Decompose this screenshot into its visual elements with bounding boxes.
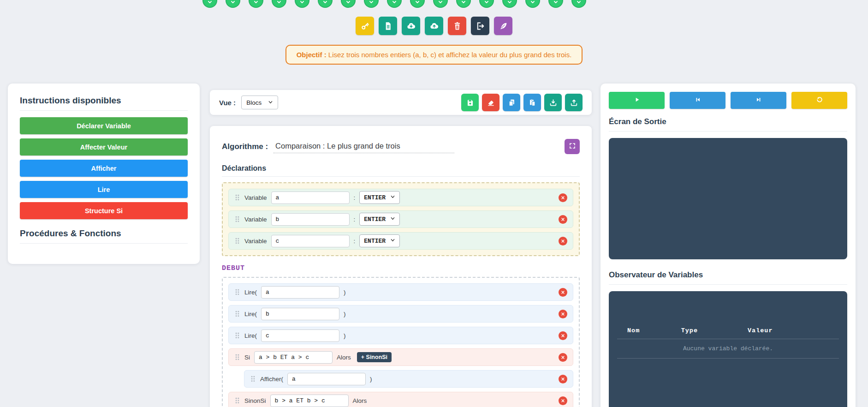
- new-file-button[interactable]: [379, 17, 397, 35]
- step-forward-button[interactable]: [731, 92, 786, 109]
- type-select-value: ENTIER: [364, 194, 386, 201]
- variable-name-input[interactable]: [271, 213, 350, 226]
- file-icon: [383, 21, 393, 31]
- delete-row-button[interactable]: [559, 215, 567, 224]
- instruction-button[interactable]: Lire: [20, 181, 188, 198]
- trash-button[interactable]: [448, 17, 466, 35]
- step-check-badge[interactable]: [456, 0, 471, 8]
- algorithm-name-input[interactable]: [273, 140, 454, 153]
- step-check-badge[interactable]: [479, 0, 494, 8]
- step-check-badge[interactable]: [295, 0, 309, 8]
- key-button[interactable]: [356, 17, 374, 35]
- instruction-button[interactable]: Déclarer Variable: [20, 117, 188, 134]
- row-keyword: Lire(: [244, 289, 257, 296]
- drag-handle-icon[interactable]: [234, 310, 240, 317]
- type-select[interactable]: ENTIER: [359, 191, 400, 204]
- step-check-badge[interactable]: [341, 0, 356, 8]
- output-title: Écran de Sortie: [609, 117, 847, 126]
- progress-badges: [0, 0, 828, 8]
- step-check-badge[interactable]: [410, 0, 425, 8]
- instruction-list: Déclarer VariableAffecter ValeurAfficher…: [20, 117, 188, 219]
- row-keyword: Afficher(: [260, 376, 283, 383]
- argument-input[interactable]: [287, 373, 366, 385]
- step-check-badge[interactable]: [548, 0, 563, 8]
- argument-input[interactable]: [261, 329, 339, 342]
- sign-out-button[interactable]: [471, 17, 489, 35]
- view-select[interactable]: Blocs: [241, 96, 278, 109]
- step-back-button[interactable]: [670, 92, 725, 109]
- type-select[interactable]: ENTIER: [359, 213, 400, 226]
- condition-input[interactable]: [254, 351, 333, 364]
- alors-label: Alors: [337, 354, 351, 361]
- declaration-row: Variable : ENTIER: [228, 210, 573, 228]
- drag-handle-icon[interactable]: [234, 288, 240, 296]
- delete-row-button[interactable]: [559, 237, 567, 245]
- page: Objectif : Lisez trois nombres entiers (…: [0, 0, 868, 407]
- step-check-badge[interactable]: [249, 0, 263, 8]
- divider: [609, 284, 847, 285]
- fullscreen-button[interactable]: [565, 139, 580, 154]
- declarations-dropzone[interactable]: Variable : ENTIER Variable : ENTIER Vari…: [222, 182, 580, 256]
- argument-input[interactable]: [261, 286, 339, 299]
- drag-handle-icon[interactable]: [234, 215, 240, 223]
- row-keyword: Variable: [244, 216, 267, 223]
- upload-button[interactable]: [565, 94, 583, 111]
- delete-row-button[interactable]: [559, 353, 567, 362]
- instruction-button[interactable]: Affecter Valeur: [20, 138, 188, 156]
- cloud-download-button[interactable]: [402, 17, 420, 35]
- x-icon: [561, 194, 565, 201]
- reset-button[interactable]: [791, 92, 847, 109]
- step-check-badge[interactable]: [202, 0, 217, 8]
- type-select[interactable]: ENTIER: [359, 234, 400, 247]
- x-icon: [561, 354, 565, 361]
- step-check-badge[interactable]: [571, 0, 586, 8]
- delete-row-button[interactable]: [559, 193, 567, 202]
- step-check-badge[interactable]: [226, 0, 240, 8]
- delete-row-button[interactable]: [559, 310, 567, 318]
- instruction-button[interactable]: Structure Si: [20, 202, 188, 219]
- delete-row-button[interactable]: [559, 331, 567, 340]
- delete-row-button[interactable]: [559, 396, 567, 405]
- step-check-badge[interactable]: [525, 0, 540, 8]
- delete-row-button[interactable]: [559, 288, 567, 297]
- drag-handle-icon[interactable]: [234, 397, 240, 404]
- step-check-badge[interactable]: [502, 0, 517, 8]
- eraser-button[interactable]: [482, 94, 499, 111]
- instruction-button[interactable]: Afficher: [20, 160, 188, 177]
- drag-handle-icon[interactable]: [234, 353, 240, 361]
- cloud-download-icon: [406, 21, 416, 31]
- close-paren-label: ): [344, 332, 346, 339]
- expand-icon: [569, 142, 576, 151]
- feather-button[interactable]: [494, 17, 512, 35]
- delete-row-button[interactable]: [559, 375, 567, 383]
- copy-button[interactable]: [503, 94, 520, 111]
- step-check-badge[interactable]: [272, 0, 286, 8]
- variables-table: Nom Type Valeur Aucune variable déclarée…: [617, 327, 839, 359]
- download-button[interactable]: [544, 94, 562, 111]
- algorithm-label: Algorithme :: [222, 142, 268, 151]
- drag-handle-icon[interactable]: [234, 194, 240, 201]
- variable-name-input[interactable]: [271, 235, 350, 247]
- step-check-badge[interactable]: [318, 0, 333, 8]
- paste-button[interactable]: [523, 94, 541, 111]
- drag-handle-icon[interactable]: [234, 332, 240, 339]
- step-check-badge[interactable]: [433, 0, 448, 8]
- x-icon: [561, 238, 565, 245]
- save-button[interactable]: [461, 94, 479, 111]
- argument-input[interactable]: [261, 308, 339, 320]
- watcher-title: Observateur de Variables: [609, 270, 847, 280]
- drag-handle-icon[interactable]: [250, 375, 256, 383]
- row-keyword: Lire(: [244, 332, 257, 339]
- play-button[interactable]: [609, 92, 665, 109]
- cloud-upload-button[interactable]: [425, 17, 443, 35]
- close-paren-label: ): [344, 289, 346, 296]
- variable-name-input[interactable]: [271, 192, 350, 204]
- body-dropzone[interactable]: Lire( ) Lire( ) Lire( ) Si Alors + Sinon…: [222, 277, 580, 407]
- declaration-row: Variable : ENTIER: [228, 189, 573, 206]
- drag-handle-icon[interactable]: [234, 237, 240, 245]
- step-check-badge[interactable]: [364, 0, 379, 8]
- condition-input[interactable]: [270, 395, 349, 407]
- step-check-badge[interactable]: [387, 0, 402, 8]
- add-sinonsi-button[interactable]: + SinonSi: [357, 352, 392, 362]
- top-toolbar: [0, 17, 868, 35]
